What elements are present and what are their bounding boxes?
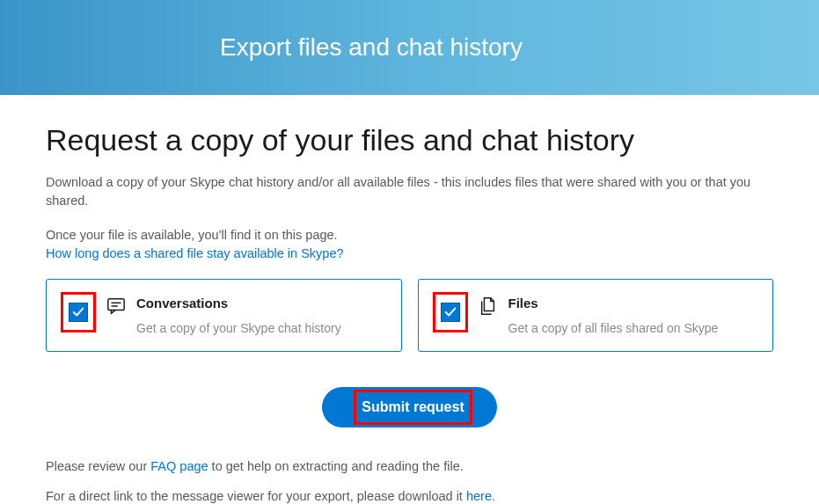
submit-label: Submit request bbox=[362, 399, 464, 415]
option-title-conversations: Conversations bbox=[136, 296, 387, 310]
checkmark-icon bbox=[72, 306, 84, 318]
option-text: Files Get a copy of all files shared on … bbox=[508, 296, 759, 335]
footer-faq-suffix: to get help on extracting and reading th… bbox=[208, 459, 464, 473]
option-card-conversations[interactable]: Conversations Get a copy of your Skype c… bbox=[46, 279, 402, 352]
files-icon bbox=[479, 296, 498, 316]
option-body: Conversations Get a copy of your Skype c… bbox=[106, 292, 387, 335]
option-title-files: Files bbox=[508, 296, 759, 310]
page-banner: Export files and chat history bbox=[0, 0, 819, 95]
chat-icon bbox=[106, 296, 126, 316]
options-row: Conversations Get a copy of your Skype c… bbox=[46, 279, 773, 352]
footer-viewer-suffix: . bbox=[492, 489, 495, 503]
option-desc-conversations: Get a copy of your Skype chat history bbox=[136, 321, 387, 335]
option-text: Conversations Get a copy of your Skype c… bbox=[136, 296, 387, 335]
annotation-highlight: Submit request bbox=[354, 390, 472, 425]
submit-row: Submit request bbox=[46, 387, 773, 427]
main-content: Request a copy of your files and chat hi… bbox=[0, 95, 819, 503]
checkbox-files[interactable] bbox=[441, 303, 460, 322]
svg-rect-0 bbox=[108, 299, 124, 310]
availability-text: Once your file is available, you'll find… bbox=[46, 228, 338, 242]
retention-link[interactable]: How long does a shared file stay availab… bbox=[46, 246, 344, 260]
checkmark-icon bbox=[444, 306, 457, 318]
annotation-highlight bbox=[61, 292, 96, 332]
annotation-highlight bbox=[433, 292, 468, 332]
footer-viewer-paragraph: For a direct link to the message viewer … bbox=[46, 489, 773, 503]
viewer-download-link[interactable]: here bbox=[466, 489, 492, 503]
footer-faq-prefix: Please review our bbox=[46, 459, 150, 473]
option-desc-files: Get a copy of all files shared on Skype bbox=[508, 321, 759, 335]
availability-paragraph: Once your file is available, you'll find… bbox=[46, 226, 773, 263]
checkbox-conversations[interactable] bbox=[69, 303, 88, 322]
faq-link[interactable]: FAQ page bbox=[150, 459, 208, 473]
option-card-files[interactable]: Files Get a copy of all files shared on … bbox=[418, 279, 774, 352]
footer-viewer-prefix: For a direct link to the message viewer … bbox=[46, 489, 466, 503]
footer-faq-paragraph: Please review our FAQ page to get help o… bbox=[46, 459, 773, 473]
option-body: Files Get a copy of all files shared on … bbox=[479, 292, 759, 335]
page-heading: Request a copy of your files and chat hi… bbox=[46, 123, 773, 157]
banner-title: Export files and chat history bbox=[220, 33, 523, 62]
submit-request-button[interactable]: Submit request bbox=[322, 387, 496, 427]
intro-paragraph: Download a copy of your Skype chat histo… bbox=[46, 173, 773, 210]
